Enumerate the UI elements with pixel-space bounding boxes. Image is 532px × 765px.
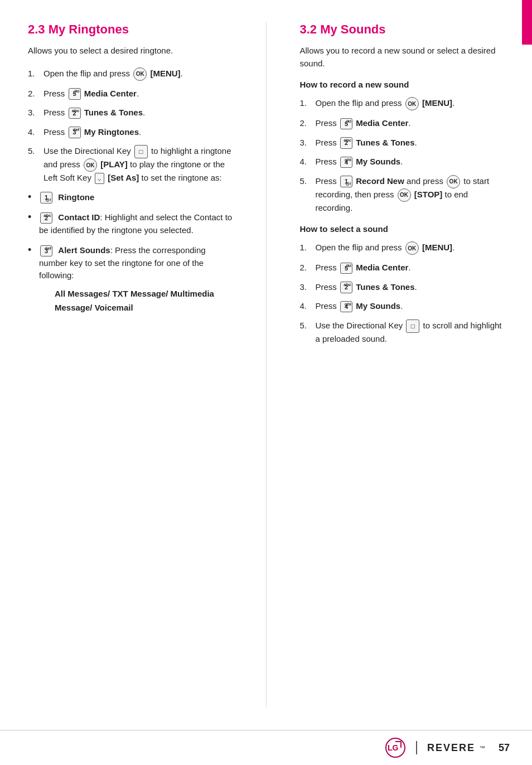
ok-key-icon: OK	[133, 67, 147, 81]
bullet-content: 2abc Contact ID: Highlight and select th…	[39, 211, 233, 236]
left-step-2: 2. Press 5jkl Media Center.	[28, 88, 233, 100]
ok-key-icon: OK	[405, 97, 419, 110]
right-step-2-4: 4. Press 4ghi My Sounds.	[300, 300, 505, 313]
key-2abc-icon: 2abc	[340, 282, 352, 293]
key-5jkl-icon: 5jkl	[69, 88, 81, 100]
left-step-3: 3. Press 2abc Tunes & Tones.	[28, 106, 233, 119]
bullet-list: • 1@! Ringtone • 2abc Contact ID: Highli…	[28, 191, 233, 315]
step-text: Press 2abc Tunes & Tones.	[43, 106, 233, 119]
right-column: 3.2 My Sounds Allows you to record a new…	[289, 22, 505, 708]
left-section-title: 2.3 My Ringtones	[28, 22, 233, 37]
right-step-2-1: 1. Open the flip and press OK [MENU].	[300, 241, 505, 255]
step-num: 1.	[300, 241, 316, 254]
right-step-1-2: 2. Press 5jkl Media Center.	[300, 117, 505, 130]
key-4ghi-icon: 4ghi	[340, 301, 352, 313]
right-step-2-2: 2. Press 5jkl Media Center.	[300, 262, 505, 274]
key-5jkl-icon: 5jkl	[340, 263, 352, 274]
step-num: 5.	[28, 145, 43, 158]
right-step-2-5: 5. Use the Directional Key □ to scroll a…	[300, 319, 505, 346]
bullet-dot: •	[28, 211, 39, 224]
step-num: 3.	[300, 137, 316, 149]
right-section-intro: Allows you to record a new sound or sele…	[300, 45, 505, 70]
step-text: Press 3def My Ringtones.	[43, 126, 233, 139]
subsection-select-title: How to select a sound	[300, 224, 505, 234]
directional-key-icon: □	[406, 319, 419, 333]
step-text: Open the flip and press OK [MENU].	[316, 97, 505, 110]
lg-logo-icon: LG	[385, 737, 406, 758]
right-step-1-1: 1. Open the flip and press OK [MENU].	[300, 97, 505, 110]
step-num: 1.	[28, 67, 43, 80]
step-text: Press 2abc Tunes & Tones.	[316, 281, 505, 294]
key-1-icon: 1@!	[340, 176, 352, 187]
footer-separator	[416, 741, 417, 754]
bullet-item-ringtone: • 1@! Ringtone	[28, 191, 233, 204]
step-num: 2.	[300, 117, 316, 130]
footer-page-number: 57	[499, 742, 510, 754]
subsection-record-title: How to record a new sound	[300, 80, 505, 89]
step-num: 5.	[300, 175, 316, 188]
key-5jkl-icon: 5jkl	[340, 118, 352, 130]
page: 2.3 My Ringtones Allows you to select a …	[0, 0, 532, 765]
right-step-2-3: 3. Press 2abc Tunes & Tones.	[300, 281, 505, 294]
step-num: 4.	[300, 156, 316, 168]
right-step-1-3: 3. Press 2abc Tunes & Tones.	[300, 137, 505, 149]
key-3def-icon: 3def	[69, 127, 81, 138]
key-2abc-icon: 2abc	[40, 212, 52, 224]
left-step-1: 1. Open the flip and press OK [MENU].	[28, 67, 233, 81]
step-text: Open the flip and press OK [MENU].	[43, 67, 233, 81]
key-3def-icon: 3def	[40, 245, 52, 257]
step-text: Press 1@! Record New and press OK to sta…	[316, 175, 505, 215]
bullet-dot: •	[28, 244, 39, 256]
left-column: 2.3 My Ringtones Allows you to select a …	[28, 22, 244, 708]
softkey-icon: ⌵	[95, 173, 104, 185]
step-text: Press 5jkl Media Center.	[316, 117, 505, 130]
step-num: 4.	[28, 126, 43, 139]
step-num: 3.	[28, 106, 43, 119]
step-num: 5.	[300, 319, 316, 332]
step-text: Use the Directional Key □ to scroll and …	[316, 319, 505, 346]
ok-key-icon: OK	[405, 241, 419, 255]
right-step-1-4: 4. Press 4ghi My Sounds.	[300, 156, 505, 168]
ok-key-icon: OK	[447, 175, 460, 188]
left-section-intro: Allows you to select a desired ringtone.	[28, 45, 233, 57]
step-num: 2.	[300, 262, 316, 274]
key-1-icon: 1@!	[40, 192, 52, 204]
step-num: 4.	[300, 300, 316, 313]
step-text: Press 4ghi My Sounds.	[316, 156, 505, 168]
alert-sounds-text: All Messages/ TXT Message/ Multimedia Me…	[39, 287, 233, 315]
bullet-dot: •	[28, 191, 39, 204]
directional-key-icon: □	[134, 145, 148, 158]
bullet-content: 1@! Ringtone	[39, 191, 233, 204]
bullet-item-alert-sounds: • 3def Alert Sounds: Press the correspon…	[28, 244, 233, 315]
right-section-title: 3.2 My Sounds	[300, 22, 505, 37]
step-text: Use the Directional Key □ to highlight a…	[43, 145, 233, 185]
key-2abc-icon: 2abc	[340, 137, 352, 149]
step-num: 2.	[28, 88, 43, 100]
step-text: Open the flip and press OK [MENU].	[316, 241, 505, 255]
footer-brand: REVERE	[427, 742, 475, 754]
bullet-item-contact-id: • 2abc Contact ID: Highlight and select …	[28, 211, 233, 236]
step-text: Press 5jkl Media Center.	[43, 88, 233, 100]
right-step-1-5: 5. Press 1@! Record New and press OK to …	[300, 175, 505, 215]
step-num: 1.	[300, 97, 316, 110]
left-step-5: 5. Use the Directional Key □ to highligh…	[28, 145, 233, 185]
step-text: Press 5jkl Media Center.	[316, 262, 505, 274]
column-divider	[266, 22, 267, 708]
key-2abc-icon: 2abc	[69, 108, 81, 119]
left-step-4: 4. Press 3def My Ringtones.	[28, 126, 233, 139]
ok-key-icon: OK	[84, 158, 97, 172]
ok-key-icon: OK	[398, 188, 411, 202]
key-4ghi-icon: 4ghi	[340, 157, 352, 168]
step-text: Press 4ghi My Sounds.	[316, 300, 505, 313]
footer-logo: LG REVERE ™ 57	[385, 737, 510, 758]
page-footer: LG REVERE ™ 57	[0, 730, 532, 765]
bullet-content: 3def Alert Sounds: Press the correspondi…	[39, 244, 233, 315]
svg-text:LG: LG	[388, 743, 399, 752]
page-tab	[522, 0, 532, 45]
step-text: Press 2abc Tunes & Tones.	[316, 137, 505, 149]
step-num: 3.	[300, 281, 316, 294]
